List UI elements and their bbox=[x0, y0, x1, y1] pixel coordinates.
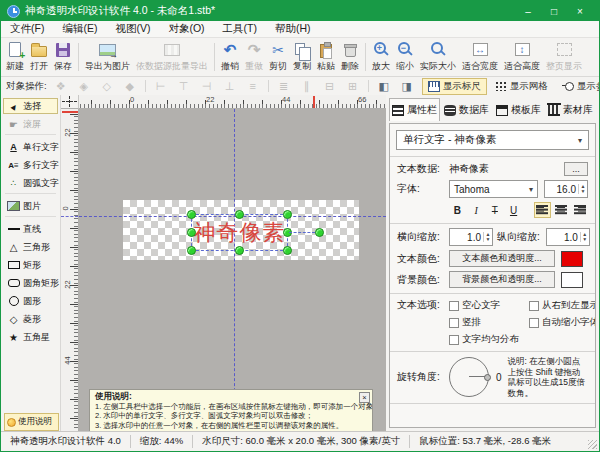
rotation-dial-handle[interactable] bbox=[484, 374, 491, 381]
checkbox-icon[interactable] bbox=[449, 335, 459, 345]
ungroup-icon[interactable]: ◨ bbox=[399, 79, 415, 93]
help-close-icon[interactable]: × bbox=[359, 392, 370, 403]
tab-properties[interactable]: 属性栏 bbox=[389, 98, 440, 121]
toolbar-separator bbox=[365, 43, 366, 71]
menu-edit[interactable]: 编辑(E) bbox=[53, 21, 106, 37]
tool-select[interactable]: ►选择 bbox=[3, 98, 58, 114]
bold-button[interactable]: B bbox=[449, 202, 466, 218]
text-data-value[interactable]: 神奇像素 bbox=[449, 162, 489, 176]
tool-single-line-text[interactable]: A单行文字 bbox=[3, 139, 58, 155]
resize-handle[interactable] bbox=[187, 228, 196, 237]
align-left-button[interactable] bbox=[534, 202, 551, 218]
show-grid-toggle[interactable]: 显示网格 bbox=[489, 78, 554, 95]
tool-star[interactable]: ★五角星 bbox=[3, 329, 58, 345]
rotation-handle[interactable] bbox=[315, 228, 324, 237]
save-button[interactable]: 保存 bbox=[51, 39, 75, 75]
checkbox-icon[interactable] bbox=[449, 301, 459, 311]
font-size-stepper[interactable]: 16.0▲▼ bbox=[544, 180, 588, 198]
resize-handle[interactable] bbox=[283, 210, 292, 219]
stepper-arrows-icon[interactable]: ▲▼ bbox=[578, 184, 587, 194]
bg-color-swatch[interactable] bbox=[561, 272, 583, 288]
option-auto-shrink[interactable]: 自动缩小字体 bbox=[529, 316, 596, 329]
zoom-out-button[interactable]: −缩小 bbox=[393, 39, 417, 75]
fit-height-button[interactable]: ↕适合高度 bbox=[501, 39, 543, 75]
font-family-select[interactable]: Tahoma▾ bbox=[449, 180, 538, 198]
option-right-to-left[interactable]: 从右到左显示 bbox=[529, 299, 596, 312]
grid-icon bbox=[495, 81, 507, 91]
resize-handle[interactable] bbox=[235, 210, 244, 219]
minimize-button[interactable]: – bbox=[515, 1, 541, 21]
save-icon bbox=[56, 43, 70, 57]
option-hollow-text[interactable]: 空心文字 bbox=[449, 299, 527, 312]
tool-image[interactable]: 图片 bbox=[3, 198, 58, 214]
tool-diamond[interactable]: ◇菱形 bbox=[3, 311, 58, 327]
tool-multi-line-text[interactable]: A≡多行文字 bbox=[3, 157, 58, 173]
resize-handle[interactable] bbox=[187, 246, 196, 255]
menu-help[interactable]: 帮助(H) bbox=[266, 21, 320, 37]
show-ruler-toggle[interactable]: 显示标尺 bbox=[422, 78, 487, 95]
stepper-arrows-icon[interactable]: ▲▼ bbox=[483, 232, 492, 242]
tool-circle[interactable]: 圆形 bbox=[3, 293, 58, 309]
line-icon bbox=[6, 223, 21, 236]
checkbox-icon[interactable] bbox=[529, 318, 539, 328]
rotation-dial[interactable] bbox=[449, 357, 489, 397]
menu-object[interactable]: 对象(O) bbox=[159, 21, 213, 37]
status-mouse-position: 鼠标位置: 53.7 毫米, -28.6 毫米 bbox=[410, 435, 560, 448]
paste-button[interactable]: 粘贴 bbox=[314, 39, 338, 75]
watermark-text[interactable]: 神奇像素 bbox=[192, 215, 287, 250]
edit-text-button[interactable]: ... bbox=[564, 162, 588, 176]
menu-tools[interactable]: 工具(T) bbox=[214, 21, 266, 37]
checkbox-icon[interactable] bbox=[449, 318, 459, 328]
show-guides-toggle[interactable]: 显示参考线 bbox=[556, 78, 600, 95]
align-right-button[interactable] bbox=[571, 202, 588, 218]
strikethrough-button[interactable]: T bbox=[486, 202, 503, 218]
option-even-distribution[interactable]: 文字均匀分布 bbox=[449, 333, 527, 346]
object-selector-dropdown[interactable]: 单行文字 - 神奇像素 ▾ bbox=[396, 130, 589, 150]
tool-triangle[interactable]: △三角形 bbox=[3, 239, 58, 255]
tool-rounded-rectangle[interactable]: 圆角矩形 bbox=[3, 275, 58, 291]
resize-handle[interactable] bbox=[187, 210, 196, 219]
h-scale-stepper[interactable]: 1.0▲▼ bbox=[449, 228, 493, 246]
stepper-arrows-icon[interactable]: ▲▼ bbox=[580, 232, 589, 242]
text-color-swatch[interactable] bbox=[561, 251, 583, 267]
export-image-button[interactable]: 导出为图片 bbox=[82, 39, 133, 75]
new-button[interactable]: 新建 bbox=[3, 39, 27, 75]
resize-handle[interactable] bbox=[283, 228, 292, 237]
checkbox-icon[interactable] bbox=[529, 301, 539, 311]
text-color-button[interactable]: 文本颜色和透明度... bbox=[449, 250, 555, 267]
underline-button[interactable]: U bbox=[505, 202, 522, 218]
fit-width-button[interactable]: ↔适合宽度 bbox=[459, 39, 501, 75]
undo-button[interactable]: ↶撤销 bbox=[218, 39, 242, 75]
selection-box[interactable]: 神奇像素 bbox=[191, 214, 288, 251]
option-vertical-text[interactable]: 竖排 bbox=[449, 316, 527, 329]
v-scale-stepper[interactable]: 1.0▲▼ bbox=[546, 228, 590, 246]
tab-templates[interactable]: 模板库 bbox=[493, 98, 544, 121]
resize-handle[interactable] bbox=[283, 246, 292, 255]
zoom-in-button[interactable]: +放大 bbox=[369, 39, 393, 75]
delete-button[interactable]: 删除 bbox=[338, 39, 362, 75]
usage-help-button[interactable]: 使用说明 bbox=[4, 413, 59, 431]
maximize-button[interactable]: □ bbox=[541, 1, 567, 21]
paste-icon bbox=[320, 44, 332, 58]
tab-materials[interactable]: 素材库 bbox=[545, 98, 596, 121]
align-center-button[interactable] bbox=[553, 202, 570, 218]
resize-handle[interactable] bbox=[235, 246, 244, 255]
open-button[interactable]: 打开 bbox=[27, 39, 51, 75]
tab-database[interactable]: 数据库 bbox=[441, 98, 492, 121]
tool-line[interactable]: 直线 bbox=[3, 221, 58, 237]
tool-rectangle[interactable]: 矩形 bbox=[3, 257, 58, 273]
menu-bar: 文件(F) 编辑(E) 视图(V) 对象(O) 工具(T) 帮助(H) bbox=[1, 21, 599, 38]
full-page-button: 整页显示 bbox=[543, 39, 585, 75]
rotation-note: 说明: 在左侧小圆点上按住 Shift 键拖动鼠标可以生成15度倍数角。 bbox=[508, 356, 588, 398]
ruler-number: 0 bbox=[61, 206, 70, 210]
bg-color-button[interactable]: 背景颜色和透明度... bbox=[449, 271, 555, 288]
actual-size-button[interactable]: 实际大小 bbox=[417, 39, 459, 75]
italic-button[interactable]: I bbox=[468, 202, 485, 218]
menu-view[interactable]: 视图(V) bbox=[106, 21, 159, 37]
group-icon[interactable]: ◧ bbox=[376, 79, 392, 93]
menu-file[interactable]: 文件(F) bbox=[1, 21, 53, 37]
close-button[interactable]: × bbox=[567, 1, 593, 21]
copy-button[interactable]: 复制 bbox=[290, 39, 314, 75]
cut-button[interactable]: ✂剪切 bbox=[266, 39, 290, 75]
tool-arc-text[interactable]: ∴圆弧文字 bbox=[3, 175, 58, 191]
